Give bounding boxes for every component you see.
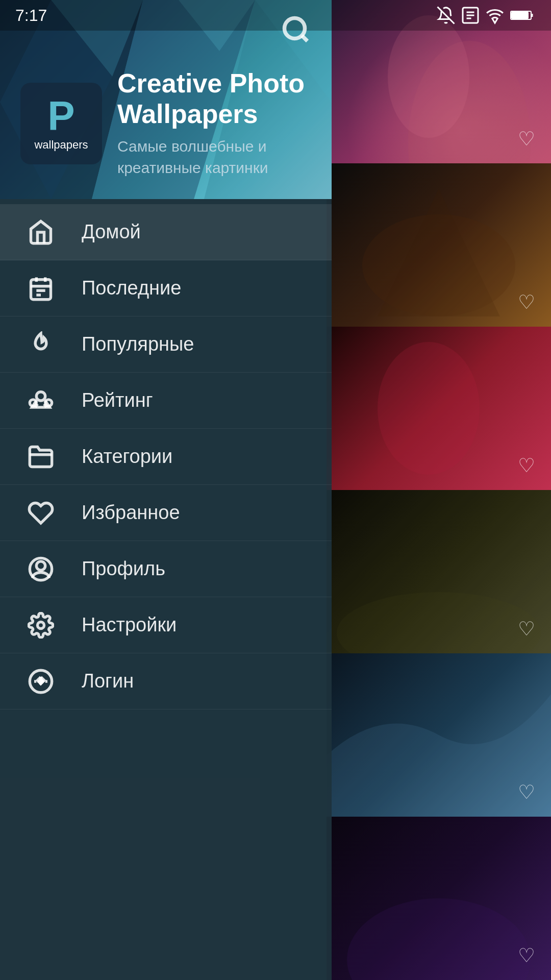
notification-icon (437, 6, 455, 24)
status-time: 7:17 (15, 6, 47, 25)
nav-item-settings[interactable]: Настройки (0, 597, 332, 653)
profile-icon (26, 554, 56, 584)
svg-line-0 (438, 7, 455, 24)
wallpaper-thumb-2[interactable]: ♡ (327, 163, 551, 327)
nav-label-rating: Рейтинг (82, 389, 153, 411)
nav-item-profile[interactable]: Профиль (0, 541, 332, 597)
nav-item-recent[interactable]: Последние (0, 260, 332, 316)
svg-line-5 (302, 36, 308, 41)
sim-icon (461, 6, 480, 24)
app-title-block: Creative Photo Wallpapers Самые волшебны… (117, 68, 311, 179)
nav-label-home: Домой (82, 221, 141, 243)
header-content: P wallpapers Creative Photo Wallpapers С… (20, 68, 311, 179)
nav-item-popular[interactable]: Популярные (0, 316, 332, 373)
wallpaper-grid: ♡ ♡ ♡ ♡ ♡ ♡ (327, 0, 551, 980)
nav-label-popular: Популярные (82, 333, 194, 355)
logo-letter: P (47, 95, 74, 136)
heart-nav-icon (26, 498, 56, 528)
svg-point-10 (378, 342, 480, 475)
wallpaper-thumb-4[interactable]: ♡ (327, 490, 551, 653)
status-icons (437, 6, 536, 24)
nav-label-favorites: Избранное (82, 502, 180, 524)
app-logo: P wallpapers (20, 83, 102, 164)
search-button[interactable] (276, 9, 316, 50)
wallpaper-thumb-6[interactable]: ♡ (327, 817, 551, 980)
nav-item-login[interactable]: Логин (0, 653, 332, 709)
gear-icon (26, 610, 56, 641)
svg-point-7 (388, 15, 469, 138)
calendar-icon (26, 273, 56, 304)
wallpaper-thumb-5[interactable]: ♡ (327, 653, 551, 817)
logo-subtext: wallpapers (34, 138, 88, 152)
favorite-button-4[interactable]: ♡ (512, 615, 541, 643)
favorite-button-2[interactable]: ♡ (512, 288, 541, 316)
fire-icon (26, 329, 56, 360)
svg-point-32 (36, 561, 45, 570)
favorite-button-1[interactable]: ♡ (512, 125, 541, 153)
favorite-button-6[interactable]: ♡ (512, 941, 541, 970)
wifi-icon (486, 6, 504, 24)
svg-point-4 (285, 18, 305, 39)
nav-label-categories: Категории (82, 446, 172, 468)
navigation-drawer: P wallpapers Creative Photo Wallpapers С… (0, 0, 332, 980)
nav-menu: Домой Последние (0, 199, 332, 980)
battery-icon (510, 8, 536, 23)
favorite-button-3[interactable]: ♡ (512, 451, 541, 480)
nav-item-rating[interactable]: Рейтинг (0, 373, 332, 429)
nav-item-home[interactable]: Домой (0, 204, 332, 260)
folder-icon (26, 442, 56, 472)
search-icon (281, 14, 311, 45)
nav-label-profile: Профиль (82, 558, 165, 580)
svg-point-33 (38, 622, 44, 628)
nav-label-login: Логин (82, 670, 134, 692)
app-subtitle: Самые волшебные и креативные картинки (117, 136, 311, 179)
login-icon (26, 666, 56, 697)
svg-point-13 (347, 898, 531, 980)
rating-icon (26, 385, 56, 416)
favorite-button-5[interactable]: ♡ (512, 778, 541, 806)
nav-item-categories[interactable]: Категории (0, 429, 332, 485)
nav-label-settings: Настройки (82, 614, 177, 636)
wallpaper-thumb-3[interactable]: ♡ (327, 327, 551, 490)
svg-rect-3 (512, 12, 528, 18)
app-title: Creative Photo Wallpapers (117, 68, 311, 130)
home-icon (26, 217, 56, 248)
nav-item-favorites[interactable]: Избранное (0, 485, 332, 541)
nav-label-recent: Последние (82, 277, 181, 299)
svg-point-27 (36, 391, 45, 400)
